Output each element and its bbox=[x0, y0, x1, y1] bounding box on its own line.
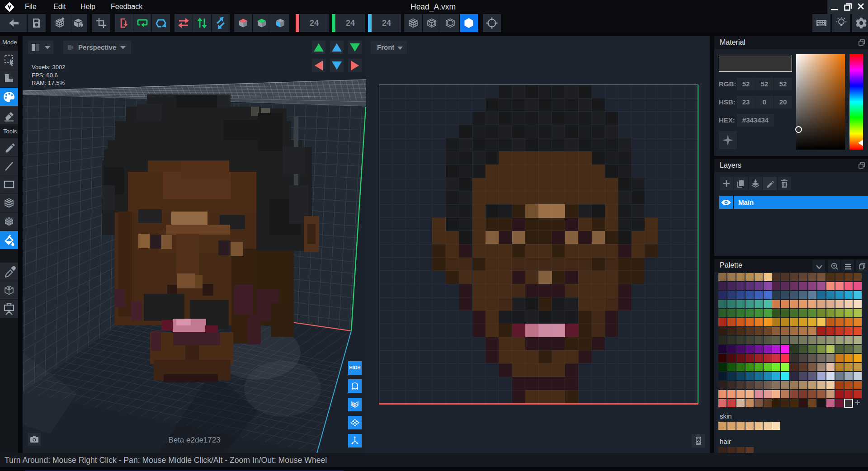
svg-text:Beta e2de1723: Beta e2de1723 bbox=[168, 436, 220, 444]
